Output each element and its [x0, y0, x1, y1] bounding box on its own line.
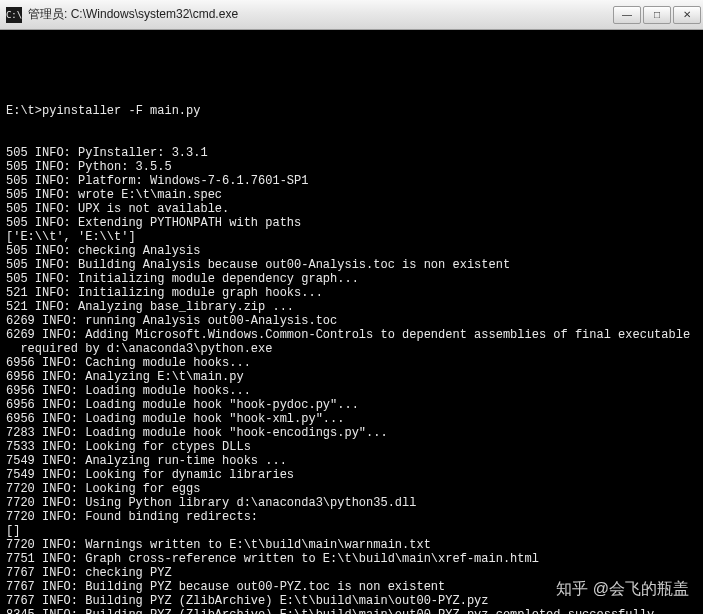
typed-command: pyinstaller -F main.py: [42, 104, 200, 118]
output-line: 505 INFO: Initializing module dependency…: [6, 272, 697, 286]
output-line: 6269 INFO: Adding Microsoft.Windows.Comm…: [6, 328, 697, 342]
output-line: 505 INFO: UPX is not available.: [6, 202, 697, 216]
output-line: 7720 INFO: Found binding redirects:: [6, 510, 697, 524]
output-line: 7767 INFO: checking PYZ: [6, 566, 697, 580]
output-line: 7767 INFO: Building PYZ (ZlibArchive) E:…: [6, 594, 697, 608]
output-line: 505 INFO: Extending PYTHONPATH with path…: [6, 216, 697, 230]
blank-line: [6, 62, 697, 76]
cmd-icon: C:\: [6, 7, 22, 23]
minimize-button[interactable]: —: [613, 6, 641, 24]
output-line: 505 INFO: checking Analysis: [6, 244, 697, 258]
output-line: 6956 INFO: Loading module hook "hook-xml…: [6, 412, 697, 426]
output-line: 505 INFO: Python: 3.5.5: [6, 160, 697, 174]
maximize-button[interactable]: □: [643, 6, 671, 24]
output-line: 6956 INFO: Analyzing E:\t\main.py: [6, 370, 697, 384]
window-title: 管理员: C:\Windows\system32\cmd.exe: [28, 6, 238, 23]
output-line: 7751 INFO: Graph cross-reference written…: [6, 552, 697, 566]
output-line: 7283 INFO: Loading module hook "hook-enc…: [6, 426, 697, 440]
output-line: 6956 INFO: Loading module hook "hook-pyd…: [6, 398, 697, 412]
terminal-output[interactable]: E:\t>pyinstaller -F main.py 505 INFO: Py…: [0, 30, 703, 614]
output-line: 521 INFO: Analyzing base_library.zip ...: [6, 300, 697, 314]
output-lines: 505 INFO: PyInstaller: 3.3.1505 INFO: Py…: [6, 146, 697, 614]
output-line: 6956 INFO: Loading module hooks...: [6, 384, 697, 398]
output-line: 8345 INFO: Building PYZ (ZlibArchive) E:…: [6, 608, 697, 614]
window-controls: — □ ✕: [613, 6, 701, 24]
output-line: 7549 INFO: Analyzing run-time hooks ...: [6, 454, 697, 468]
output-line: 7549 INFO: Looking for dynamic libraries: [6, 468, 697, 482]
window-titlebar[interactable]: C:\ 管理员: C:\Windows\system32\cmd.exe — □…: [0, 0, 703, 30]
output-line: 7720 INFO: Looking for eggs: [6, 482, 697, 496]
prompt: E:\t>: [6, 104, 42, 118]
command-line: E:\t>pyinstaller -F main.py: [6, 104, 697, 118]
output-line: 7720 INFO: Using Python library d:\anaco…: [6, 496, 697, 510]
output-line: []: [6, 524, 697, 538]
output-line: 521 INFO: Initializing module graph hook…: [6, 286, 697, 300]
output-line: 505 INFO: PyInstaller: 3.3.1: [6, 146, 697, 160]
output-line: 7533 INFO: Looking for ctypes DLLs: [6, 440, 697, 454]
output-line: 505 INFO: Platform: Windows-7-6.1.7601-S…: [6, 174, 697, 188]
close-button[interactable]: ✕: [673, 6, 701, 24]
output-line: 505 INFO: Building Analysis because out0…: [6, 258, 697, 272]
output-line: 7767 INFO: Building PYZ because out00-PY…: [6, 580, 697, 594]
output-line: 7720 INFO: Warnings written to E:\t\buil…: [6, 538, 697, 552]
output-line: required by d:\anaconda3\python.exe: [6, 342, 697, 356]
output-line: 6269 INFO: running Analysis out00-Analys…: [6, 314, 697, 328]
output-line: ['E:\\t', 'E:\\t']: [6, 230, 697, 244]
output-line: 505 INFO: wrote E:\t\main.spec: [6, 188, 697, 202]
output-line: 6956 INFO: Caching module hooks...: [6, 356, 697, 370]
